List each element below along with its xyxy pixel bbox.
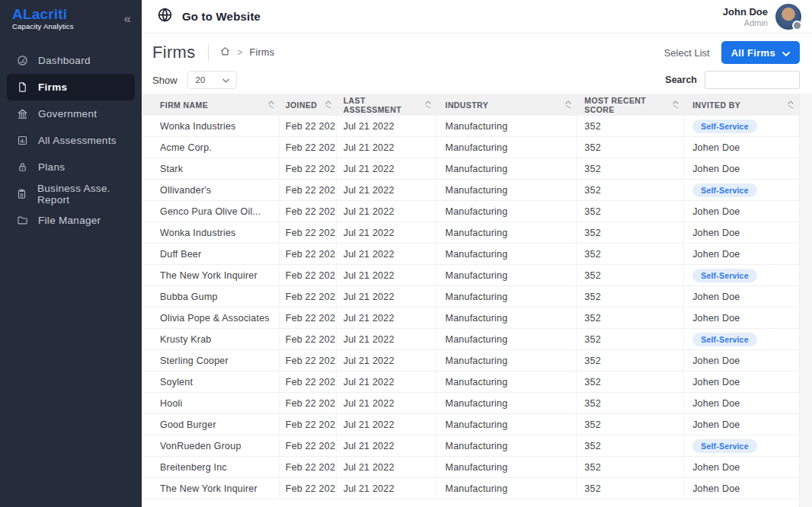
cell-industry: Manufacturing bbox=[436, 350, 577, 371]
cell-firm-name: Acme Corp. bbox=[142, 137, 280, 158]
table-row[interactable]: Wonka Industries Feb 22 2021 Jul 21 2022… bbox=[142, 116, 799, 137]
cell-joined: Feb 22 2021 bbox=[280, 137, 337, 158]
table-row[interactable]: Wonka Industries Feb 22 2021 Jul 21 2022… bbox=[142, 222, 799, 244]
cell-industry: Manufacturing bbox=[436, 222, 577, 243]
table-row[interactable]: Breitenberg Inc Feb 22 2021 Jul 21 2022 … bbox=[142, 457, 799, 478]
home-icon[interactable] bbox=[220, 46, 230, 59]
cell-invited-by: Self-Service bbox=[684, 180, 799, 200]
cell-invited-by: Johen Doe bbox=[684, 244, 799, 264]
cell-last-assessment: Jul 21 2022 bbox=[337, 308, 436, 328]
cell-most-recent-score: 352 bbox=[577, 158, 684, 179]
column-header-industry[interactable]: INDUSTRY bbox=[436, 94, 577, 116]
sort-icon[interactable] bbox=[565, 100, 571, 109]
cell-last-assessment: Jul 21 2022 bbox=[337, 329, 436, 349]
table-row[interactable]: The New York Inquirer Feb 22 2021 Jul 21… bbox=[142, 265, 799, 286]
cell-invited-by: Self-Service bbox=[684, 116, 799, 136]
cell-industry: Manufacturing bbox=[436, 478, 577, 499]
table-row[interactable]: Genco Pura Olive Oil... Feb 22 2021 Jul … bbox=[142, 201, 799, 222]
cell-last-assessment: Jul 21 2022 bbox=[337, 158, 436, 179]
column-header-joined[interactable]: JOINED bbox=[280, 94, 337, 116]
cell-firm-name: Ollivander's bbox=[142, 180, 280, 200]
search-input[interactable] bbox=[705, 71, 800, 89]
cell-industry: Manufacturing bbox=[436, 286, 577, 307]
sidebar-item-firms[interactable]: Firms bbox=[7, 74, 135, 100]
table-row[interactable]: Ollivander's Feb 22 2021 Jul 21 2022 Man… bbox=[142, 180, 799, 201]
sort-icon[interactable] bbox=[788, 100, 794, 109]
cell-firm-name: Sterling Cooper bbox=[142, 350, 280, 371]
table-row[interactable]: Olivia Pope & Associates Feb 22 2021 Jul… bbox=[142, 308, 799, 329]
table-row[interactable]: The New York Inquirer Feb 22 2021 Jul 21… bbox=[142, 478, 799, 499]
table-scrollbar-track[interactable] bbox=[800, 94, 812, 507]
cell-most-recent-score: 352 bbox=[577, 435, 684, 456]
folder-icon bbox=[16, 215, 28, 227]
sort-icon[interactable] bbox=[325, 100, 331, 109]
cell-joined: Feb 22 2021 bbox=[280, 158, 337, 179]
sidebar-collapse-icon[interactable]: « bbox=[124, 11, 131, 27]
cell-industry: Manufacturing bbox=[436, 393, 577, 413]
cell-joined: Feb 22 2021 bbox=[280, 180, 337, 200]
table-row[interactable]: Acme Corp. Feb 22 2021 Jul 21 2022 Manuf… bbox=[142, 137, 799, 158]
cell-joined: Feb 22 2021 bbox=[280, 116, 337, 136]
cell-industry: Manufacturing bbox=[436, 201, 577, 222]
bank-icon bbox=[16, 108, 28, 120]
cell-invited-by: Johen Doe bbox=[684, 393, 799, 413]
cell-most-recent-score: 352 bbox=[577, 329, 684, 349]
table-row[interactable]: Duff Beer Feb 22 2021 Jul 21 2022 Manufa… bbox=[142, 244, 799, 265]
cell-invited-by: Johen Doe bbox=[684, 414, 799, 435]
sidebar-item-plans[interactable]: Plans bbox=[0, 154, 142, 180]
sort-icon[interactable] bbox=[673, 100, 679, 109]
sidebar-item-business-asse-report[interactable]: Business Asse. Report bbox=[0, 180, 142, 207]
cell-invited-by: Johen Doe bbox=[684, 201, 799, 222]
page-size-select[interactable]: 20 bbox=[187, 71, 237, 89]
cell-joined: Feb 22 2021 bbox=[280, 414, 337, 435]
cell-firm-name: Wonka Industries bbox=[142, 116, 280, 136]
table-row[interactable]: Good Burger Feb 22 2021 Jul 21 2022 Manu… bbox=[142, 414, 799, 435]
column-header-most-recent-score[interactable]: MOST RECENT SCORE bbox=[577, 94, 684, 116]
cell-most-recent-score: 352 bbox=[577, 137, 684, 158]
select-list-dropdown[interactable]: All Firms bbox=[721, 41, 800, 64]
go-to-website-label: Go to Website bbox=[182, 10, 261, 23]
sidebar-item-all-assessments[interactable]: All Assessments bbox=[0, 127, 142, 154]
sidebar-item-government[interactable]: Government bbox=[0, 100, 142, 127]
cell-joined: Feb 22 2021 bbox=[280, 457, 337, 477]
sidebar-item-dashboard[interactable]: Dashboard bbox=[0, 47, 142, 74]
table-row[interactable]: Bubba Gump Feb 22 2021 Jul 21 2022 Manuf… bbox=[142, 286, 799, 308]
go-to-website-link[interactable]: Go to Website bbox=[157, 7, 261, 26]
cell-invited-by: Johen Doe bbox=[684, 457, 799, 477]
table-row[interactable]: Krusty Krab Feb 22 2021 Jul 21 2022 Manu… bbox=[142, 329, 799, 350]
table-header-row: FIRM NAME JOINED LAST ASSESSMENT INDUSTR… bbox=[142, 94, 799, 116]
column-header-invited-by[interactable]: INVITED BY bbox=[684, 94, 799, 116]
cell-industry: Manufacturing bbox=[436, 180, 577, 200]
cell-most-recent-score: 352 bbox=[577, 265, 684, 285]
logo-subtitle: Capacity Analytics bbox=[12, 22, 74, 30]
sidebar-item-file-manager[interactable]: File Manager bbox=[0, 207, 142, 234]
page-header: Firms > Firms Select List All Firms bbox=[152, 40, 800, 65]
cell-last-assessment: Jul 21 2022 bbox=[337, 137, 436, 158]
cell-most-recent-score: 352 bbox=[577, 244, 684, 264]
cell-last-assessment: Jul 21 2022 bbox=[337, 180, 436, 200]
cell-industry: Manufacturing bbox=[436, 137, 577, 158]
firms-table: FIRM NAME JOINED LAST ASSESSMENT INDUSTR… bbox=[142, 94, 800, 507]
table-row[interactable]: VonRueden Group Feb 22 2021 Jul 21 2022 … bbox=[142, 435, 799, 457]
cell-last-assessment: Jul 21 2022 bbox=[337, 393, 436, 413]
table-row[interactable]: Soylent Feb 22 2021 Jul 21 2022 Manufact… bbox=[142, 371, 799, 393]
user-role: Admin bbox=[723, 18, 768, 27]
cell-firm-name: Soylent bbox=[142, 371, 280, 392]
cell-industry: Manufacturing bbox=[436, 435, 577, 456]
column-header-firm-name[interactable]: FIRM NAME bbox=[142, 94, 280, 116]
logo: ALacriti Capacity Analytics bbox=[12, 7, 74, 30]
table-row[interactable]: Hooli Feb 22 2021 Jul 21 2022 Manufactur… bbox=[142, 393, 799, 414]
topbar: Go to Website John Doe Admin bbox=[142, 0, 812, 33]
user-menu[interactable]: John Doe Admin bbox=[723, 4, 801, 30]
cell-firm-name: The New York Inquirer bbox=[142, 478, 280, 499]
column-header-last-assessment[interactable]: LAST ASSESSMENT bbox=[337, 94, 436, 116]
table-row[interactable]: Sterling Cooper Feb 22 2021 Jul 21 2022 … bbox=[142, 350, 799, 371]
self-service-badge: Self-Service bbox=[692, 439, 757, 453]
sort-icon[interactable] bbox=[425, 100, 431, 109]
avatar[interactable] bbox=[775, 4, 801, 30]
table-body: Wonka Industries Feb 22 2021 Jul 21 2022… bbox=[142, 116, 799, 499]
logo-title: ALacriti bbox=[12, 7, 74, 22]
table-row[interactable]: Stark Feb 22 2021 Jul 21 2022 Manufactur… bbox=[142, 158, 799, 180]
cell-invited-by: Self-Service bbox=[684, 265, 799, 285]
sort-icon[interactable] bbox=[268, 100, 274, 109]
